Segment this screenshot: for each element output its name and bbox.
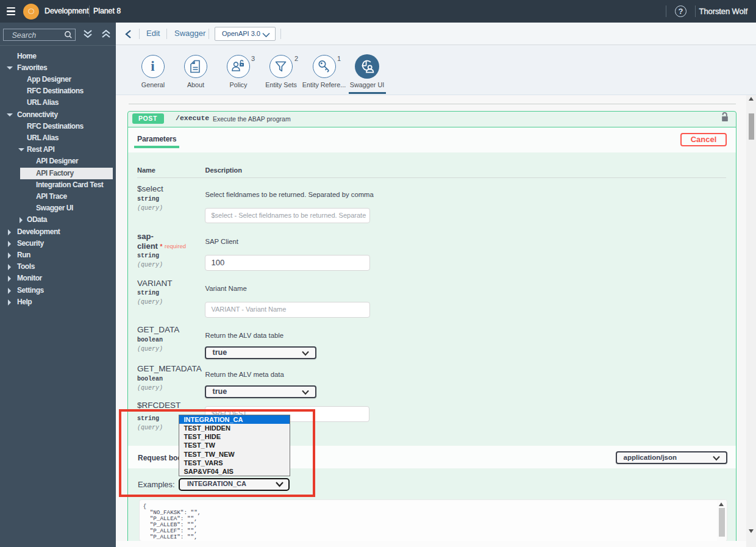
svg-text:i: i	[151, 59, 155, 74]
